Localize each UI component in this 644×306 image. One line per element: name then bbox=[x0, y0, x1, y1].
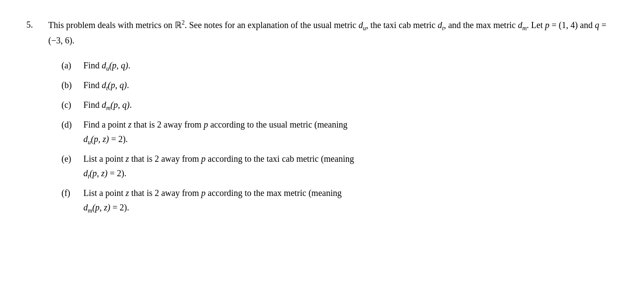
problem-container: 5. This problem deals with metrics on ℝ2… bbox=[26, 18, 618, 216]
part-b-label: (b) bbox=[61, 78, 83, 92]
part-c-label: (c) bbox=[61, 98, 83, 112]
part-e-label: (e) bbox=[61, 152, 83, 166]
part-f-label: (f) bbox=[61, 186, 83, 200]
part-e: (e) List a point z that is 2 away from p… bbox=[61, 152, 618, 181]
part-f: (f) List a point z that is 2 away from p… bbox=[61, 186, 618, 216]
problem-number: 5. bbox=[26, 18, 48, 32]
part-d-content: Find a point z that is 2 away from p acc… bbox=[83, 117, 618, 147]
part-d-label: (d) bbox=[61, 117, 83, 132]
part-e-content: List a point z that is 2 away from p acc… bbox=[83, 152, 618, 181]
sub-parts-list: (a) Find du(p, q). (b) Find dt(p, q). (c… bbox=[61, 58, 618, 216]
part-a: (a) Find du(p, q). bbox=[61, 58, 618, 74]
part-b-content: Find dt(p, q). bbox=[83, 78, 618, 93]
part-f-content: List a point z that is 2 away from p acc… bbox=[83, 186, 618, 216]
part-c-content: Find dm(p, q). bbox=[83, 98, 618, 113]
part-d: (d) Find a point z that is 2 away from p… bbox=[61, 117, 618, 147]
part-c: (c) Find dm(p, q). bbox=[61, 98, 618, 113]
problem-header: 5. This problem deals with metrics on ℝ2… bbox=[26, 18, 618, 48]
part-a-label: (a) bbox=[61, 58, 83, 72]
part-b: (b) Find dt(p, q). bbox=[61, 78, 618, 93]
problem-intro: This problem deals with metrics on ℝ2. S… bbox=[48, 18, 618, 48]
part-a-content: Find du(p, q). bbox=[83, 58, 618, 74]
